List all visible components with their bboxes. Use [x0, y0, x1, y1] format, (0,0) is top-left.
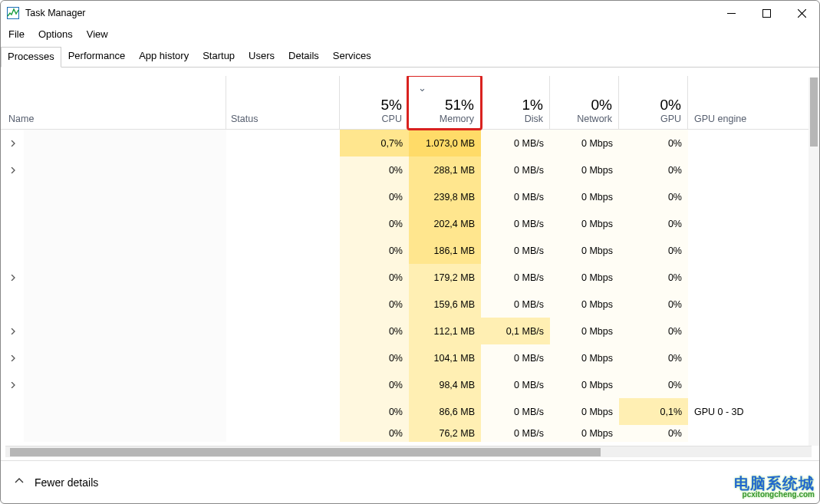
row-status-cell — [226, 371, 340, 398]
row-name-cell — [1, 371, 226, 398]
row-status-cell — [226, 291, 340, 318]
row-memory-cell: 288,1 MB — [409, 156, 481, 183]
table-row[interactable]: 0%104,1 MB0 MB/s0 Mbps0% — [1, 344, 819, 371]
row-gpu-cell: 0% — [619, 291, 688, 318]
header-gpu-engine[interactable]: GPU engine — [688, 76, 819, 129]
header-disk[interactable]: 1% Disk — [481, 76, 550, 129]
row-status-cell — [226, 156, 340, 183]
tab-startup[interactable]: Startup — [196, 46, 242, 67]
horizontal-scrollbar-thumb[interactable] — [10, 448, 601, 456]
expand-chevron-icon[interactable] — [8, 167, 18, 173]
vertical-scrollbar-thumb[interactable] — [810, 77, 818, 147]
header-disk-pct: 1% — [522, 97, 543, 114]
row-disk-cell: 0 MB/s — [481, 130, 550, 156]
header-network[interactable]: 0% Network — [550, 76, 619, 129]
row-gpu-engine-cell — [688, 156, 819, 183]
menu-view[interactable]: View — [87, 28, 108, 40]
row-cpu-cell: 0% — [340, 291, 409, 318]
table-row[interactable]: 0,7%1.073,0 MB0 MB/s0 Mbps0% — [1, 130, 819, 156]
window-controls — [713, 1, 819, 25]
chevron-up-icon[interactable] — [15, 476, 24, 488]
row-name-cell — [1, 264, 226, 291]
expand-chevron-icon[interactable] — [8, 355, 18, 361]
header-gpu[interactable]: 0% GPU — [619, 76, 688, 129]
close-button[interactable] — [784, 1, 819, 25]
row-network-cell: 0 Mbps — [550, 237, 619, 264]
row-disk-cell: 0 MB/s — [481, 291, 550, 318]
row-memory-cell: 202,4 MB — [409, 210, 481, 237]
row-name-cell — [1, 210, 226, 237]
table-row[interactable]: 0%112,1 MB0,1 MB/s0 Mbps0% — [1, 318, 819, 344]
row-disk-cell: 0 MB/s — [481, 237, 550, 264]
table-row[interactable]: 0%288,1 MB0 MB/s0 Mbps0% — [1, 156, 819, 183]
row-memory-cell: 186,1 MB — [409, 237, 481, 264]
header-name[interactable]: Name — [1, 76, 226, 129]
row-status-cell — [226, 318, 340, 344]
row-status-cell — [226, 210, 340, 237]
header-cpu[interactable]: 5% CPU — [340, 76, 409, 129]
tab-users[interactable]: Users — [242, 46, 282, 67]
sort-indicator-icon: ⌄ — [418, 82, 426, 94]
menu-file[interactable]: File — [8, 28, 25, 40]
row-network-cell: 0 Mbps — [550, 344, 619, 371]
table-row[interactable]: 0%179,2 MB0 MB/s0 Mbps0% — [1, 264, 819, 291]
row-name-cell — [1, 318, 226, 344]
row-name-cell — [1, 237, 226, 264]
row-disk-cell: 0,1 MB/s — [481, 318, 550, 344]
header-memory[interactable]: ⌄ 51% Memory — [409, 76, 481, 129]
row-network-cell: 0 Mbps — [550, 425, 619, 442]
row-gpu-engine-cell — [688, 371, 819, 398]
window-title: Task Manager — [25, 8, 86, 18]
row-name-blurred — [24, 264, 226, 291]
tab-services[interactable]: Services — [326, 46, 378, 67]
table-row[interactable]: 0%86,6 MB0 MB/s0 Mbps0,1%GPU 0 - 3D — [1, 398, 819, 425]
tab-details[interactable]: Details — [282, 46, 326, 67]
row-cpu-cell: 0% — [340, 371, 409, 398]
row-gpu-engine-cell — [688, 237, 819, 264]
header-status[interactable]: Status — [226, 76, 340, 129]
header-memory-pct: 51% — [445, 97, 474, 114]
row-name-blurred — [24, 156, 226, 183]
fewer-details-link[interactable]: Fewer details — [35, 476, 98, 489]
row-gpu-cell: 0% — [619, 156, 688, 183]
row-disk-cell: 0 MB/s — [481, 371, 550, 398]
row-cpu-cell: 0% — [340, 264, 409, 291]
expand-chevron-icon[interactable] — [8, 140, 18, 147]
row-gpu-cell: 0% — [619, 344, 688, 371]
tab-performance[interactable]: Performance — [61, 46, 132, 67]
table-row[interactable]: 0%76,2 MB0 MB/s0 Mbps0% — [1, 425, 819, 442]
row-name-blurred — [24, 318, 226, 344]
row-gpu-cell: 0% — [619, 318, 688, 344]
row-disk-cell: 0 MB/s — [481, 210, 550, 237]
row-network-cell: 0 Mbps — [550, 210, 619, 237]
expand-chevron-icon[interactable] — [8, 328, 18, 334]
row-gpu-engine-cell — [688, 425, 819, 442]
minimize-button[interactable] — [713, 1, 749, 25]
tab-processes[interactable]: Processes — [1, 47, 61, 68]
tab-app-history[interactable]: App history — [132, 46, 196, 67]
maximize-button[interactable] — [749, 1, 784, 25]
row-gpu-cell: 0% — [619, 371, 688, 398]
row-name-blurred — [24, 291, 226, 318]
table-row[interactable]: 0%202,4 MB0 MB/s0 Mbps0% — [1, 210, 819, 237]
expand-chevron-icon[interactable] — [8, 382, 18, 388]
row-cpu-cell: 0% — [340, 237, 409, 264]
row-gpu-engine-cell — [688, 291, 819, 318]
table-row[interactable]: 0%159,6 MB0 MB/s0 Mbps0% — [1, 291, 819, 318]
row-name-cell — [1, 130, 226, 156]
expand-chevron-icon[interactable] — [8, 275, 18, 281]
vertical-scrollbar[interactable] — [808, 77, 819, 446]
table-row[interactable]: 0%98,4 MB0 MB/s0 Mbps0% — [1, 371, 819, 398]
row-disk-cell: 0 MB/s — [481, 156, 550, 183]
row-gpu-cell: 0,1% — [619, 398, 688, 425]
row-disk-cell: 0 MB/s — [481, 344, 550, 371]
row-gpu-cell: 0% — [619, 264, 688, 291]
row-gpu-engine-cell — [688, 318, 819, 344]
table-row[interactable]: 0%239,8 MB0 MB/s0 Mbps0% — [1, 183, 819, 210]
table-row[interactable]: 0%186,1 MB0 MB/s0 Mbps0% — [1, 237, 819, 264]
menu-options[interactable]: Options — [38, 28, 73, 40]
header-gpu-pct: 0% — [660, 97, 681, 114]
horizontal-scrollbar[interactable] — [5, 446, 812, 457]
row-cpu-cell: 0% — [340, 425, 409, 442]
header-memory-label: Memory — [440, 114, 474, 124]
